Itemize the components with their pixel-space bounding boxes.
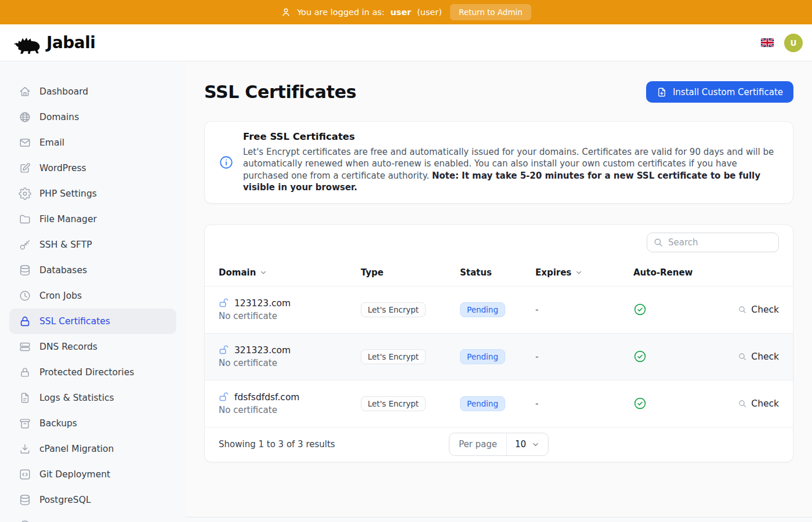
uk-flag-icon[interactable]: [761, 38, 774, 47]
logged-in-role: (user): [417, 8, 442, 17]
sidebar-item-label: cPanel Migration: [39, 444, 114, 454]
per-page-select[interactable]: Per page 10: [449, 433, 549, 456]
sidebar-item-email[interactable]: Email: [9, 130, 176, 155]
expires-value: -: [535, 304, 633, 315]
domain-name[interactable]: fdsfsdfdsf.com: [234, 392, 299, 403]
table-pagination: Showing 1 to 3 of 3 results Per page 10: [205, 427, 793, 462]
sidebar-item-label: SSL Certificates: [39, 316, 110, 327]
sidebar-item-databases[interactable]: Databases: [9, 258, 176, 283]
check-certificate-button[interactable]: Check: [738, 304, 779, 315]
type-badge: Let's Encrypt: [361, 302, 426, 317]
header-actions: U: [761, 34, 803, 52]
sidebar-item-domains[interactable]: Domains: [9, 104, 176, 130]
sidebar-item-label: Logs & Statistics: [39, 393, 114, 403]
logged-in-message: You are logged in as: user (user): [281, 7, 442, 17]
check-certificate-button[interactable]: Check: [738, 351, 779, 362]
info-icon: [219, 155, 234, 170]
table-row: 321323.com No certificate Let's Encrypt …: [205, 334, 793, 380]
sidebar-item-git-deployment[interactable]: Git Deployment: [9, 462, 176, 487]
sidebar-item-dashboard[interactable]: Dashboard: [9, 79, 176, 104]
sidebar-item-ssh-sftp[interactable]: SSH & SFTP: [9, 232, 176, 258]
install-button-label: Install Custom Certificate: [673, 87, 783, 97]
info-card-text: Free SSL Certificates Let's Encrypt cert…: [243, 131, 779, 194]
archive-icon: [19, 417, 31, 430]
code-icon: [19, 468, 31, 481]
lock-icon: [19, 315, 31, 328]
status-badge: Pending: [460, 349, 505, 364]
sidebar-item-label: Backups: [39, 418, 77, 429]
status-badge: Pending: [460, 302, 505, 317]
edit-icon: [19, 162, 31, 175]
sidebar-item-protected-directories[interactable]: Protected Directories: [9, 360, 176, 385]
type-badge: Let's Encrypt: [361, 349, 426, 364]
sidebar-item-logs-statistics[interactable]: Logs & Statistics: [9, 385, 176, 411]
domain-name[interactable]: 321323.com: [234, 345, 291, 356]
lock-open-icon: [219, 298, 230, 309]
brand-name: Jabali: [46, 33, 95, 52]
column-header-auto-renew: Auto-Renew: [633, 267, 709, 278]
search-icon: [738, 352, 747, 361]
sidebar-item-cpanel-migration[interactable]: cPanel Migration: [9, 436, 176, 462]
lock-open-icon: [219, 392, 230, 403]
status-badge: Pending: [460, 396, 505, 411]
certificate-subtitle: No certificate: [219, 311, 361, 321]
type-badge: Let's Encrypt: [361, 396, 426, 411]
table-row: 123123.com No certificate Let's Encrypt …: [205, 287, 793, 334]
per-page-label: Per page: [449, 433, 507, 455]
user-avatar[interactable]: U: [784, 34, 803, 52]
sidebar-item-cron-jobs[interactable]: Cron Jobs: [9, 283, 176, 309]
sidebar-item-label: Domains: [39, 112, 79, 122]
sidebar-item-ssl-certificates[interactable]: SSL Certificates: [9, 309, 176, 334]
boar-logo-icon: [14, 32, 42, 54]
search-icon: [738, 305, 747, 314]
circle-icon: [19, 519, 31, 522]
search-input[interactable]: [647, 233, 779, 252]
search-icon: [738, 399, 747, 408]
database-icon: [19, 494, 31, 506]
sidebar-item-label: Git Deployment: [39, 469, 110, 480]
domain-name[interactable]: 123123.com: [234, 298, 291, 309]
document-plus-icon: [657, 87, 667, 97]
install-custom-certificate-button[interactable]: Install Custom Certificate: [646, 81, 793, 103]
sidebar-item-dns-records[interactable]: DNS Records: [9, 334, 176, 360]
sidebar-item-label: WordPress: [39, 163, 86, 173]
sidebar-item-backups[interactable]: Backups: [9, 411, 176, 436]
per-page-value: 10: [515, 439, 526, 449]
expires-value: -: [535, 398, 633, 409]
sidebar-item-partial[interactable]: [9, 513, 176, 522]
main-content: SSL Certificates Install Custom Certific…: [186, 61, 812, 522]
sidebar-item-label: PostgreSQL: [39, 495, 91, 505]
table-toolbar: [205, 225, 793, 260]
chevron-down-icon: [531, 440, 540, 449]
info-card-body: Let's Encrypt certificates are free and …: [243, 146, 779, 194]
sidebar-item-label: Databases: [39, 265, 87, 276]
key-icon: [19, 238, 31, 251]
results-count: Showing 1 to 3 of 3 results: [219, 439, 335, 449]
column-header-expires[interactable]: Expires: [535, 267, 633, 278]
download-icon: [19, 443, 31, 455]
column-header-domain[interactable]: Domain: [219, 267, 361, 278]
search-box: [647, 233, 779, 252]
logged-in-prefix: You are logged in as:: [297, 8, 385, 17]
expires-value: -: [535, 351, 633, 362]
certificate-subtitle: No certificate: [219, 405, 361, 415]
sidebar-item-file-manager[interactable]: File Manager: [9, 206, 176, 232]
free-ssl-info-card: Free SSL Certificates Let's Encrypt cert…: [204, 121, 793, 204]
lock-open-icon: [219, 345, 230, 356]
sidebar-item-label: Email: [39, 137, 64, 148]
chevron-down-icon: [259, 269, 267, 277]
home-icon: [19, 85, 31, 98]
info-card-title: Free SSL Certificates: [243, 131, 779, 142]
page-footer: Jabali Panel GitHub · © 2026 Jabali v0.9…: [186, 517, 812, 522]
sidebar-item-wordpress[interactable]: WordPress: [9, 155, 176, 181]
check-certificate-button[interactable]: Check: [738, 398, 779, 409]
clock-icon: [19, 289, 31, 302]
server-icon: [19, 340, 31, 353]
sidebar-item-postgresql[interactable]: PostgreSQL: [9, 487, 176, 513]
certificate-subtitle: No certificate: [219, 358, 361, 368]
sidebar-item-php-settings[interactable]: PHP Settings: [9, 181, 176, 206]
return-to-admin-button[interactable]: Return to Admin: [450, 4, 531, 20]
brand-logo[interactable]: Jabali: [14, 32, 95, 54]
app-header: Jabali U: [0, 24, 812, 61]
mail-icon: [19, 136, 31, 149]
